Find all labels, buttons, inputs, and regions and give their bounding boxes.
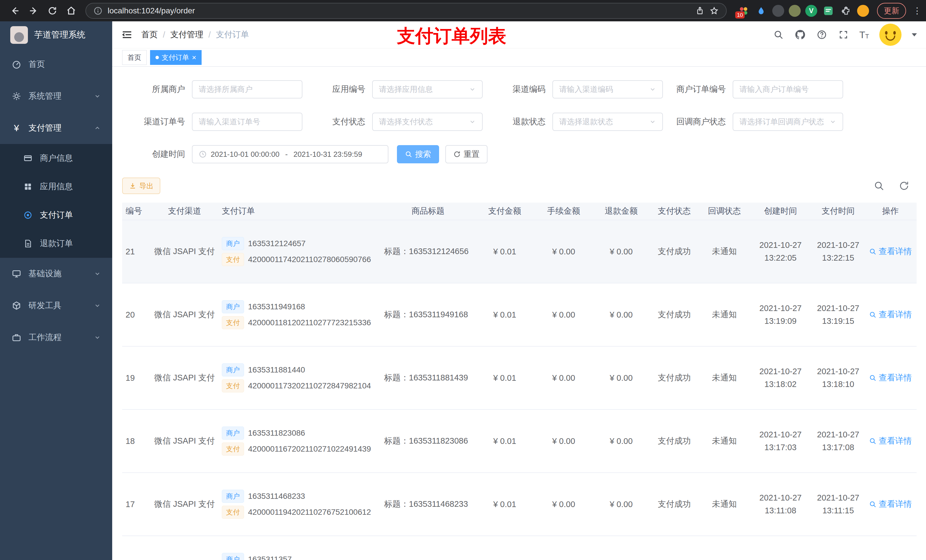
page-content: 所属商户 应用编号 请选择应用信息 渠道编码 请输入渠道编码 [112, 66, 926, 560]
channel-code-select[interactable]: 请输入渠道编码 [552, 80, 663, 98]
cell-id: 17 [122, 500, 151, 509]
back-icon[interactable] [8, 3, 22, 18]
cube-icon [11, 300, 22, 311]
view-detail-link[interactable]: 查看详情 [869, 372, 912, 383]
emoji-extension-icon[interactable] [857, 5, 869, 17]
chevron-down-icon [469, 118, 476, 125]
home-icon[interactable] [64, 3, 79, 18]
bookmark-star-icon[interactable] [710, 6, 719, 15]
share-icon[interactable] [695, 6, 705, 15]
grid-extension-icon[interactable]: 10 [737, 4, 750, 17]
refund-status-select[interactable]: 请选择退款状态 [552, 113, 663, 131]
sidebar-item-label: 支付订单 [40, 210, 73, 221]
filter-label: 支付状态 [303, 116, 372, 127]
merchant-order-no-input[interactable] [733, 80, 843, 98]
dark-circle-extension-icon[interactable] [772, 5, 784, 17]
breadcrumb-payment[interactable]: 支付管理 [170, 29, 203, 41]
sidebar-item-dev-tools[interactable]: 研发工具 [0, 290, 112, 322]
close-icon[interactable]: × [192, 54, 196, 61]
breadcrumb-current: 支付订单 [216, 29, 249, 41]
cell-notify: 未通知 [699, 498, 749, 510]
avatar[interactable] [879, 24, 902, 46]
col-channel: 支付渠道 [151, 205, 218, 217]
drop-extension-icon[interactable] [755, 4, 768, 17]
puzzle-extensions-icon[interactable] [840, 4, 853, 17]
channel-order-no-input[interactable] [192, 113, 303, 131]
filter-label: 渠道订单号 [122, 116, 192, 127]
sidebar-item-payment[interactable]: ¥ 支付管理 [0, 112, 112, 144]
sidebar-item-refund-order[interactable]: 退款订单 [0, 229, 112, 258]
tab-pay-order[interactable]: 支付订单 × [150, 50, 201, 65]
pay-time: 13:19:15 [815, 315, 861, 328]
browser-update-button[interactable]: 更新 [877, 3, 906, 19]
create-time: 13:18:02 [753, 378, 808, 391]
view-detail-link[interactable]: 查看详情 [869, 246, 912, 257]
breadcrumb-separator: / [209, 30, 211, 39]
merchant-tag: 商户 [222, 490, 244, 503]
cell-pay-time: 2021-10-27 13:19:15 [811, 302, 865, 328]
green-v-extension-icon[interactable]: V [805, 5, 817, 17]
cell-notify: 未通知 [699, 309, 749, 320]
cell-id: 21 [122, 247, 151, 257]
cell-title: 标题：1635311823086 [381, 435, 475, 447]
toggle-search-icon[interactable] [873, 180, 885, 192]
date-separator: - [285, 150, 287, 159]
view-detail-link[interactable]: 查看详情 [869, 498, 912, 510]
clock-icon [199, 150, 207, 158]
fullscreen-icon[interactable] [838, 29, 849, 41]
url-text[interactable]: localhost:1024/pay/order [107, 6, 690, 15]
pay-time: 13:22:15 [815, 252, 861, 264]
create-time: 13:11:08 [753, 504, 808, 517]
app-no-select[interactable]: 请选择应用信息 [372, 80, 483, 98]
github-icon[interactable] [794, 29, 806, 41]
refresh-icon[interactable] [45, 3, 60, 18]
sidebar-item-system[interactable]: 系统管理 [0, 80, 112, 112]
merchant-order-no: 1635311823086 [248, 429, 305, 438]
view-detail-link[interactable]: 查看详情 [869, 309, 912, 320]
reset-button[interactable]: 重置 [445, 145, 487, 163]
merchant-tag: 商户 [222, 363, 244, 376]
cell-order: 商户 1635311823086 支付 42000011672021102710… [218, 424, 381, 459]
table-header: 编号 支付渠道 支付订单 商品标题 支付金额 手续金额 退款金额 支付状态 回调… [122, 202, 917, 220]
sidebar-item-infrastructure[interactable]: 基础设施 [0, 258, 112, 290]
sidebar-toggle-icon[interactable] [121, 29, 133, 41]
pay-order-no: 4200001173202110272847982104 [248, 381, 371, 390]
merchant-input[interactable] [192, 80, 303, 98]
cell-order: 商户 1635311881440 支付 42000011732021102728… [218, 361, 381, 395]
view-detail-link[interactable]: 查看详情 [869, 435, 912, 447]
refresh-table-icon[interactable] [898, 180, 910, 192]
date-end[interactable]: 2021-10-31 23:59:59 [293, 150, 362, 159]
caret-down-icon[interactable] [912, 33, 917, 36]
circle-dot-icon [23, 210, 33, 220]
create-time-range-picker[interactable]: 2021-10-01 00:00:00 - 2021-10-31 23:59:5… [192, 145, 388, 163]
breadcrumb-home[interactable]: 首页 [141, 29, 158, 41]
sidebar-item-home[interactable]: 首页 [0, 48, 112, 80]
export-button[interactable]: 导出 [122, 178, 160, 194]
table-row: 21 微信 JSAPI 支付 商户 1635312124657 支付 42000… [122, 220, 917, 284]
extensions-row: 10 V [737, 4, 869, 17]
sidebar-item-app-info[interactable]: 应用信息 [0, 172, 112, 201]
site-info-icon[interactable] [94, 6, 103, 15]
sidebar-item-pay-order[interactable]: 支付订单 [0, 201, 112, 229]
date-start[interactable]: 2021-10-01 00:00:00 [211, 150, 279, 159]
search-button[interactable]: 搜索 [397, 145, 439, 163]
search-icon[interactable] [773, 29, 784, 41]
header-actions: TT [773, 24, 917, 46]
select-placeholder: 请选择退款状态 [559, 117, 613, 127]
forward-icon[interactable] [26, 3, 41, 18]
sidebar-item-workflow[interactable]: 工作流程 [0, 322, 112, 353]
olive-circle-extension-icon[interactable] [789, 5, 801, 17]
browser-menu-icon[interactable]: ⋮ [913, 6, 918, 16]
address-bar[interactable]: localhost:1024/pay/order [85, 3, 727, 19]
sidebar-item-merchant-info[interactable]: 商户信息 [0, 144, 112, 172]
pay-status-select[interactable]: 请选择支付状态 [372, 113, 483, 131]
chat-extension-icon[interactable] [822, 4, 835, 17]
help-icon[interactable] [816, 29, 828, 41]
tab-home[interactable]: 首页 [122, 50, 147, 65]
cell-status: 支付成功 [649, 498, 699, 510]
pay-order-no: 4200001167202110271022491439 [248, 444, 371, 454]
callback-status-select[interactable]: 请选择订单回调商户状态 [733, 113, 843, 131]
cell-create-time: 2021-10-27 13:11:08 [749, 491, 811, 517]
font-size-icon[interactable]: TT [859, 30, 869, 39]
pay-order-no: 4200001174202110278060590766 [248, 255, 371, 264]
